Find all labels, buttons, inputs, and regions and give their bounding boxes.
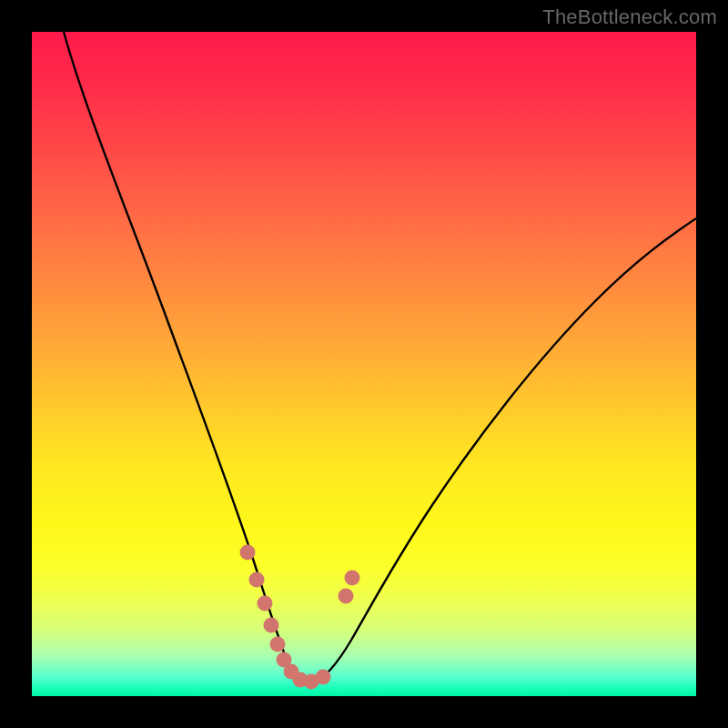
bottleneck-curve-path	[64, 32, 696, 683]
curve-marker	[345, 571, 360, 586]
watermark-text: TheBottleneck.com	[542, 5, 717, 29]
chart-frame: TheBottleneck.com	[0, 0, 728, 728]
curve-marker	[258, 596, 273, 612]
curve-marker	[339, 589, 354, 604]
curve-marker	[240, 545, 256, 561]
plot-area	[32, 32, 696, 696]
marker-group	[240, 545, 360, 690]
curve-marker	[264, 618, 279, 633]
bottleneck-curve-svg	[32, 32, 696, 696]
curve-marker	[316, 670, 331, 685]
curve-marker	[249, 572, 265, 588]
curve-marker	[270, 637, 286, 652]
